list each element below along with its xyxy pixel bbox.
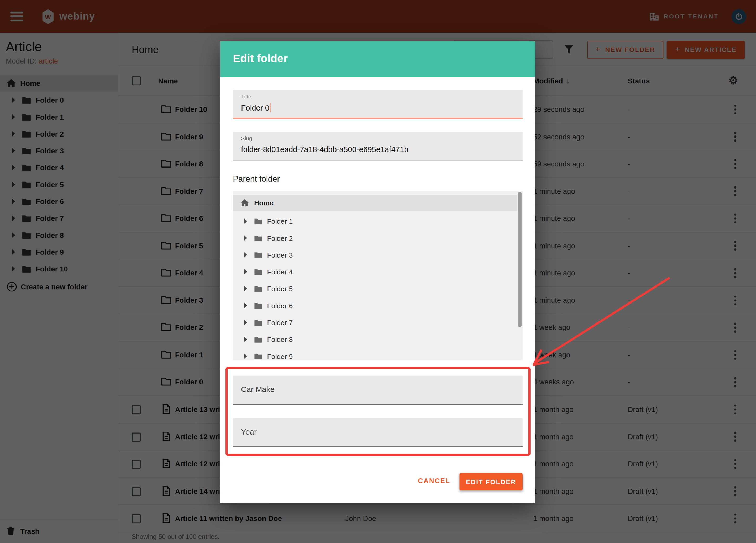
folder-icon — [254, 302, 262, 309]
caret-right-icon — [244, 252, 247, 258]
car-make-field[interactable]: Car Make — [233, 376, 523, 405]
tree-home-label: Home — [254, 199, 274, 207]
home-icon — [241, 199, 249, 207]
caret-right-icon — [244, 269, 247, 274]
tree-folder-label: Folder 9 — [267, 352, 293, 360]
car-make-field-label: Car Make — [241, 376, 274, 404]
caret-right-icon — [244, 286, 247, 291]
title-field-value: Folder 0 — [241, 103, 270, 112]
edit-folder-dialog: Edit folder Title Folder 0 Slug folder-8… — [220, 41, 535, 503]
year-field-label: Year — [241, 418, 256, 446]
screenshot-root: W webiny — [0, 0, 756, 543]
tree-item-folder[interactable]: Folder 3 — [233, 247, 517, 263]
tree-item-folder[interactable]: Folder 9 — [233, 348, 517, 360]
parent-folder-tree: Home Folder 1Folder 2Folder 3Folder 4Fol… — [233, 191, 523, 360]
text-cursor — [270, 103, 271, 112]
tree-folder-label: Folder 4 — [267, 268, 293, 275]
folder-icon — [254, 285, 262, 292]
caret-right-icon — [244, 235, 247, 241]
folder-icon — [254, 319, 262, 326]
folder-icon — [254, 336, 262, 343]
slug-field[interactable]: Slug folder-8d01eadd-7a18-4dbb-a500-e695… — [233, 132, 523, 160]
tree-folder-label: Folder 3 — [267, 251, 293, 259]
tree-folder-label: Folder 1 — [267, 217, 293, 225]
tree-item-folder[interactable]: Folder 5 — [233, 280, 517, 297]
caret-right-icon — [244, 303, 247, 308]
title-field-label: Title — [241, 93, 251, 99]
tree-folder-label: Folder 8 — [267, 335, 293, 343]
tree-scrollbar-thumb[interactable] — [518, 192, 522, 327]
tree-item-folder[interactable]: Folder 4 — [233, 263, 517, 280]
tree-folder-list: Folder 1Folder 2Folder 3Folder 4Folder 5… — [233, 213, 517, 360]
slug-field-value: folder-8d01eadd-7a18-4dbb-a500-e695e1af4… — [241, 145, 408, 154]
dialog-title: Edit folder — [233, 52, 288, 65]
tree-item-folder[interactable]: Folder 6 — [233, 297, 517, 314]
caret-right-icon — [244, 320, 247, 325]
caret-right-icon — [244, 218, 247, 224]
tree-folder-label: Folder 5 — [267, 285, 293, 293]
dialog-header: Edit folder — [220, 41, 535, 77]
stage: W webiny — [0, 0, 756, 543]
folder-icon — [254, 268, 262, 275]
tree-item-folder[interactable]: Folder 2 — [233, 229, 517, 246]
tree-folder-label: Folder 7 — [267, 319, 293, 326]
folder-icon — [254, 353, 262, 360]
tree-folder-label: Folder 6 — [267, 302, 293, 309]
tree-item-folder[interactable]: Folder 8 — [233, 331, 517, 348]
tree-item-home-selected[interactable]: Home — [233, 195, 517, 211]
folder-icon — [254, 235, 262, 242]
caret-right-icon — [244, 337, 247, 342]
caret-right-icon — [244, 353, 247, 359]
tree-item-folder[interactable]: Folder 1 — [233, 213, 517, 229]
folder-icon — [254, 218, 262, 224]
folder-icon — [254, 252, 262, 258]
cancel-button[interactable]: CANCEL — [418, 477, 450, 485]
edit-folder-submit-button[interactable]: EDIT FOLDER — [459, 473, 523, 490]
title-field[interactable]: Title Folder 0 — [233, 90, 523, 119]
slug-field-label: Slug — [241, 135, 252, 141]
year-field[interactable]: Year — [233, 418, 523, 447]
parent-folder-label: Parent folder — [233, 175, 280, 184]
tree-item-folder[interactable]: Folder 7 — [233, 314, 517, 331]
tree-folder-label: Folder 2 — [267, 234, 293, 242]
